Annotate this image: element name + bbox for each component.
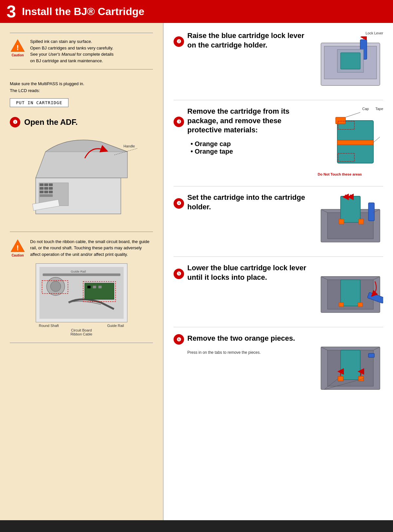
step3-header: ❸ Remove the cartridge from its package,…	[174, 107, 311, 137]
step5-text: ❺ Lower the blue cartridge lock lever un…	[174, 263, 311, 287]
step6-body: Press in on the tabs to remove the piece…	[187, 350, 311, 355]
step4-header: ❹ Set the cartridge into the cartridge h…	[174, 193, 311, 214]
step2-svg	[318, 36, 383, 89]
svg-text:!: !	[16, 243, 19, 252]
bullet-orange-tape: • Orange tape	[191, 148, 311, 155]
step4-image	[318, 193, 383, 247]
internal-illustration-svg: Guide Rail	[36, 263, 127, 322]
svg-rect-62	[338, 376, 343, 381]
divider-r3	[174, 256, 383, 257]
svg-rect-37	[337, 140, 373, 145]
svg-point-23	[50, 281, 61, 292]
do-not-touch-label: Do Not Touch these areas	[318, 172, 383, 176]
svg-rect-25	[87, 286, 90, 288]
svg-rect-4	[40, 183, 44, 186]
step4-number: ❹	[177, 200, 181, 206]
svg-rect-27	[98, 286, 102, 288]
svg-text:!: !	[16, 44, 19, 52]
step2-text: ❷ Raise the blue cartridge lock lever on…	[174, 31, 311, 55]
warning-triangle-icon-2: !	[10, 238, 26, 253]
internal-illustration-wrap: Guide Rail Round Shaft Guide Rail	[36, 263, 127, 336]
left-column: ! Caution Spilled ink can stain any surf…	[0, 23, 164, 532]
guide-rail-label: Guide Rail	[107, 324, 124, 328]
step4-section: ❹ Set the cartridge into the cartridge h…	[174, 193, 383, 247]
svg-line-39	[373, 137, 380, 142]
svg-rect-11	[44, 191, 48, 193]
caution-icon-2: ! Caution	[10, 238, 26, 257]
svg-rect-60	[341, 350, 360, 380]
step2-image: Lock Lever	[318, 31, 383, 90]
caution-label-1: Caution	[11, 53, 24, 57]
caution-icon-1: ! Caution	[10, 38, 26, 57]
caution-box-1: ! Caution Spilled ink can stain any surf…	[10, 33, 153, 69]
svg-rect-61	[368, 353, 374, 357]
step6-circle: ❻	[174, 334, 184, 345]
step4-svg	[318, 193, 383, 245]
step5-section: ❺ Lower the blue cartridge lock lever un…	[174, 263, 383, 317]
step6-svg	[318, 334, 383, 393]
caution-text-1: Spilled ink can stain any surface. Open …	[30, 38, 114, 64]
step5-image	[318, 263, 383, 317]
step6-text: ❻ Remove the two orange pieces. Press in…	[174, 334, 311, 355]
svg-rect-44	[341, 196, 360, 222]
step6-header: ❻ Remove the two orange pieces.	[174, 334, 311, 345]
svg-rect-9	[49, 187, 53, 190]
round-shaft-label: Round Shaft	[39, 324, 59, 328]
tape-label: Tape	[375, 107, 383, 111]
svg-rect-52	[341, 280, 360, 306]
footer-bar	[0, 520, 393, 532]
svg-rect-13	[40, 194, 53, 197]
cap-tape-labels: Cap Tape	[318, 107, 383, 111]
step3-title: Remove the cartridge from its package, a…	[187, 107, 311, 135]
step5-title: Lower the blue cartridge lock lever unti…	[187, 263, 311, 282]
step5-svg	[318, 263, 383, 316]
circuit-board-label: Circuit Board	[71, 328, 92, 332]
step1-header: ❶ Open the ADF.	[10, 117, 153, 127]
right-column: ❷ Raise the blue cartridge lock lever on…	[164, 23, 393, 532]
step3-circle: ❸	[174, 117, 184, 127]
svg-rect-26	[93, 286, 96, 288]
caution-box-2: ! Caution Do not touch the ribbon cable,…	[10, 238, 153, 258]
ribbon-cable-label: Ribbon Cable	[70, 332, 92, 336]
svg-rect-45	[339, 219, 344, 224]
step6-section: ❻ Remove the two orange pieces. Press in…	[174, 334, 383, 394]
bullet-orange-cap: • Orange cap	[191, 140, 311, 148]
step3-section: ❸ Remove the cartridge from its package,…	[174, 107, 383, 176]
lcd-display: PUT IN CARTRIDGE	[10, 98, 68, 107]
step3-number: ❸	[177, 119, 181, 125]
step5-header: ❺ Lower the blue cartridge lock lever un…	[174, 263, 311, 284]
svg-rect-24	[84, 283, 114, 299]
step1-title: Open the ADF.	[24, 118, 78, 127]
svg-rect-7	[40, 187, 44, 190]
step4-title: Set the cartridge into the cartridge hol…	[187, 193, 311, 212]
svg-rect-36	[336, 117, 346, 124]
divider-r4	[174, 327, 383, 327]
step5-circle: ❺	[174, 269, 184, 279]
step4-text: ❹ Set the cartridge into the cartridge h…	[174, 193, 311, 217]
svg-rect-47	[368, 203, 374, 221]
svg-line-38	[346, 112, 360, 117]
step6-title: Remove the two orange pieces.	[187, 334, 295, 343]
svg-rect-12	[49, 191, 53, 193]
main-content: ! Caution Spilled ink can stain any surf…	[0, 23, 393, 532]
step3-text: ❸ Remove the cartridge from its package,…	[174, 107, 311, 155]
lock-lever-label: Lock Lever	[318, 31, 383, 35]
svg-rect-34	[341, 53, 360, 69]
step6-image	[318, 334, 383, 394]
page-header: 3 Install the BJ® Cartridge	[0, 0, 393, 23]
divider-r2	[174, 186, 383, 186]
svg-text:Handle: Handle	[123, 144, 135, 148]
step3-image: Cap Tape Do	[318, 107, 383, 176]
part-labels-2: Circuit Board Ribbon Cable	[36, 328, 127, 336]
svg-rect-55	[358, 303, 363, 307]
svg-rect-46	[359, 219, 364, 224]
step1-circle: ❶	[10, 117, 20, 127]
svg-rect-54	[339, 303, 344, 307]
step-number: 3	[7, 3, 16, 20]
svg-rect-10	[40, 191, 44, 193]
press-tabs-label: Press in on the tabs to remove the piece…	[187, 350, 311, 355]
step1-number: ❶	[13, 119, 17, 125]
warning-triangle-icon: !	[10, 38, 26, 53]
svg-rect-6	[49, 183, 53, 186]
page-title: Install the BJ® Cartridge	[22, 6, 144, 18]
